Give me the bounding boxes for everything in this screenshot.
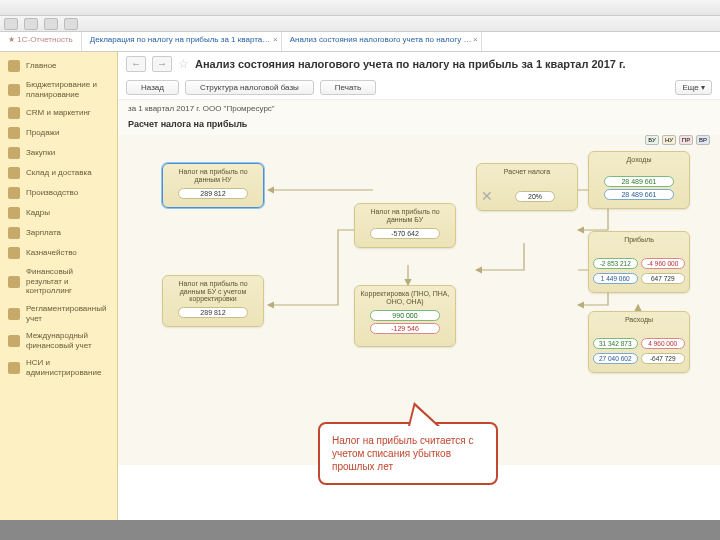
nav-back-button[interactable]: ←: [126, 56, 146, 72]
salary-icon: [8, 227, 20, 239]
warehouse-icon: [8, 167, 20, 179]
legend: БУ НУ ПР ВР: [645, 135, 710, 145]
value-pill: -570 642: [370, 228, 440, 239]
tab-reporting[interactable]: ★ 1С-Отчетность: [0, 32, 82, 51]
close-icon[interactable]: ×: [473, 35, 478, 44]
more-button[interactable]: Еще ▾: [675, 80, 712, 95]
book-icon: [8, 308, 20, 320]
legend-chip: ВР: [696, 135, 710, 145]
node-profit[interactable]: Прибыль -2 853 212-4 960 000 1 449 06064…: [588, 231, 690, 293]
node-tax-bu[interactable]: Налог на прибыль по данным БУ -570 642: [354, 203, 456, 248]
home-icon: [8, 60, 20, 72]
node-tax-nu[interactable]: Налог на прибыль по данным НУ 289 812: [162, 163, 264, 208]
sidebar-item-main[interactable]: Главное: [0, 56, 117, 76]
value-pill: 28 489 661: [604, 176, 674, 187]
node-tax-buk[interactable]: Налог на прибыль по данным БУ с учетом к…: [162, 275, 264, 327]
main-toolbar: [0, 16, 720, 32]
sidebar-item-treasury[interactable]: Казначейство: [0, 243, 117, 263]
crm-icon: [8, 107, 20, 119]
navigation-sidebar: Главное Бюджетирование и планирование CR…: [0, 52, 118, 520]
toolbar-icon[interactable]: [24, 18, 38, 30]
gear-icon: [8, 362, 20, 374]
legend-chip: БУ: [645, 135, 659, 145]
sidebar-item-sales[interactable]: Продажи: [0, 123, 117, 143]
sidebar-item-crm[interactable]: CRM и маркетинг: [0, 103, 117, 123]
value-pill: 289 812: [178, 307, 248, 318]
sidebar-item-purchases[interactable]: Закупки: [0, 143, 117, 163]
sidebar-item-salary[interactable]: Зарплата: [0, 223, 117, 243]
toolbar-icon[interactable]: [44, 18, 58, 30]
sidebar-item-regaccount[interactable]: Регламентированный учет: [0, 300, 117, 327]
node-expenses[interactable]: Расходы 31 342 8734 960 000 27 040 602-6…: [588, 311, 690, 373]
period-label: за 1 квартал 2017 г. ООО "Промресурс": [118, 100, 720, 117]
hr-icon: [8, 207, 20, 219]
legend-chip: НУ: [662, 135, 676, 145]
section-title: Расчет налога на прибыль: [118, 117, 720, 135]
value-pill: -129 546: [370, 323, 440, 334]
favorite-icon[interactable]: ☆: [178, 57, 189, 71]
multiply-icon: ✕: [481, 188, 493, 204]
window-titlebar: [0, 0, 720, 16]
content-area: ← → ☆ Анализ состояния налогового учета …: [118, 52, 720, 520]
toolbar-icon[interactable]: [64, 18, 78, 30]
node-income[interactable]: Доходы 28 489 661 28 489 661: [588, 151, 690, 209]
page-title: Анализ состояния налогового учета по нал…: [195, 58, 626, 70]
legend-chip: ПР: [679, 135, 693, 145]
tab-declaration[interactable]: Декларация по налогу на прибыль за 1 ква…: [82, 32, 282, 51]
value-pill: 20%: [515, 191, 555, 202]
sidebar-item-budget[interactable]: Бюджетирование и планирование: [0, 76, 117, 103]
structure-button[interactable]: Структура налоговой базы: [185, 80, 314, 95]
sidebar-item-ifrs[interactable]: Международный финансовый учет: [0, 327, 117, 354]
sidebar-item-admin[interactable]: НСИ и администрирование: [0, 354, 117, 381]
close-icon[interactable]: ×: [273, 35, 278, 44]
treasury-icon: [8, 247, 20, 259]
value-pill: 28 489 661: [604, 189, 674, 200]
toolbar-icon[interactable]: [4, 18, 18, 30]
sidebar-item-finresult[interactable]: Финансовый результат и контроллинг: [0, 263, 117, 300]
star-icon: ★: [8, 35, 17, 44]
sidebar-item-warehouse[interactable]: Склад и доставка: [0, 163, 117, 183]
budget-icon: [8, 84, 20, 96]
node-calc[interactable]: Расчет налога ✕ 20%: [476, 163, 578, 211]
annotation-callout: Налог на прибыль считается с учетом спис…: [318, 422, 498, 485]
node-correction[interactable]: Корректировка (ПНО, ПНА, ОНО, ОНА) 990 0…: [354, 285, 456, 347]
globe-icon: [8, 335, 20, 347]
sidebar-item-hr[interactable]: Кадры: [0, 203, 117, 223]
value-pill: 289 812: [178, 188, 248, 199]
value-pill: 990 000: [370, 310, 440, 321]
print-button[interactable]: Печать: [320, 80, 376, 95]
production-icon: [8, 187, 20, 199]
document-tabs: ★ 1С-Отчетность Декларация по налогу на …: [0, 32, 720, 52]
sidebar-item-production[interactable]: Производство: [0, 183, 117, 203]
chart-icon: [8, 276, 20, 288]
nav-forward-button[interactable]: →: [152, 56, 172, 72]
sales-icon: [8, 127, 20, 139]
tab-analysis[interactable]: Анализ состояния налогового учета по нал…: [282, 32, 482, 51]
back-button[interactable]: Назад: [126, 80, 179, 95]
cart-icon: [8, 147, 20, 159]
